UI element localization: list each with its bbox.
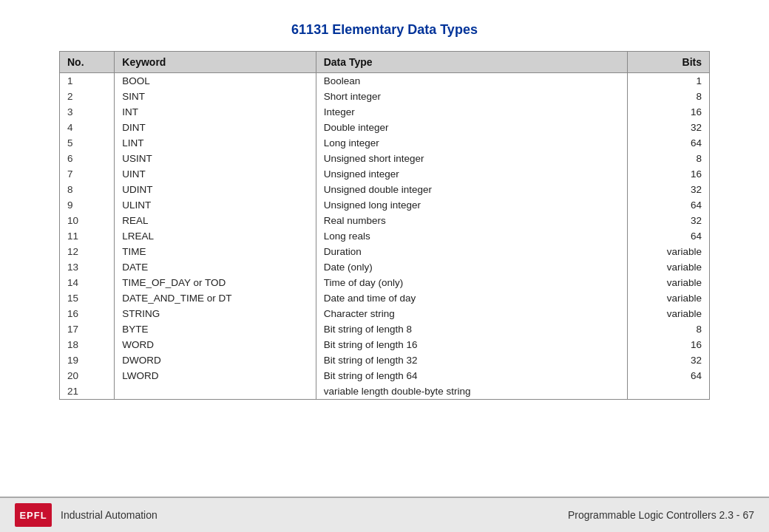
- page-title: 61131 Elementary Data Types: [291, 22, 478, 38]
- cell-bits: 32: [627, 182, 709, 197]
- cell-no: 14: [60, 275, 115, 290]
- cell-keyword: DWORD: [115, 352, 316, 368]
- cell-bits: 64: [627, 135, 709, 151]
- cell-bits: 64: [627, 368, 709, 383]
- cell-no: 7: [60, 166, 115, 182]
- cell-no: 12: [60, 244, 115, 259]
- cell-no: 21: [60, 383, 115, 400]
- cell-no: 3: [60, 104, 115, 120]
- cell-no: 11: [60, 228, 115, 244]
- table-row: 12TIMEDurationvariable: [60, 244, 710, 259]
- table-row: 6USINTUnsigned short integer8: [60, 151, 710, 166]
- cell-keyword: LREAL: [115, 228, 316, 244]
- cell-datatype: Boolean: [316, 73, 627, 89]
- cell-no: 15: [60, 290, 115, 306]
- cell-bits: 8: [627, 89, 709, 104]
- cell-no: 13: [60, 259, 115, 275]
- table-row: 1BOOLBoolean1: [60, 73, 710, 89]
- cell-keyword: BOOL: [115, 73, 316, 89]
- cell-no: 9: [60, 197, 115, 213]
- cell-datatype: variable length double-byte string: [316, 383, 627, 400]
- cell-datatype: Bit string of length 16: [316, 337, 627, 352]
- cell-datatype: Bit string of length 8: [316, 321, 627, 337]
- cell-bits: 16: [627, 166, 709, 182]
- cell-keyword: ULINT: [115, 197, 316, 213]
- col-header-no: No.: [60, 52, 115, 73]
- cell-keyword: LWORD: [115, 368, 316, 383]
- cell-bits: 16: [627, 104, 709, 120]
- cell-keyword: DINT: [115, 120, 316, 135]
- cell-datatype: Unsigned long integer: [316, 197, 627, 213]
- cell-keyword: SINT: [115, 89, 316, 104]
- cell-no: 19: [60, 352, 115, 368]
- cell-bits: variable: [627, 244, 709, 259]
- cell-no: 2: [60, 89, 115, 104]
- table-row: 9ULINTUnsigned long integer64: [60, 197, 710, 213]
- table-row: 14TIME_OF_DAY or TODTime of day (only)va…: [60, 275, 710, 290]
- cell-datatype: Double integer: [316, 120, 627, 135]
- cell-no: 6: [60, 151, 115, 166]
- cell-bits: 64: [627, 197, 709, 213]
- cell-keyword: STRING: [115, 306, 316, 321]
- cell-keyword: UINT: [115, 166, 316, 182]
- footer-right-text: Programmable Logic Controllers 2.3 - 67: [568, 509, 754, 521]
- table-header-row: No. Keyword Data Type Bits: [60, 52, 710, 73]
- main-content: 61131 Elementary Data Types No. Keyword …: [0, 0, 769, 497]
- cell-no: 4: [60, 120, 115, 135]
- cell-no: 17: [60, 321, 115, 337]
- cell-bits: variable: [627, 306, 709, 321]
- table-row: 18WORDBit string of length 1616: [60, 337, 710, 352]
- cell-datatype: Long reals: [316, 228, 627, 244]
- cell-bits: 8: [627, 321, 709, 337]
- table-row: 11LREALLong reals64: [60, 228, 710, 244]
- footer-left: EPFL Industrial Automation: [15, 503, 157, 527]
- cell-datatype: Unsigned double integer: [316, 182, 627, 197]
- cell-keyword: TIME: [115, 244, 316, 259]
- table-row: 13DATEDate (only)variable: [60, 259, 710, 275]
- cell-keyword: REAL: [115, 213, 316, 228]
- table-row: 8UDINTUnsigned double integer32: [60, 182, 710, 197]
- cell-keyword: DATE: [115, 259, 316, 275]
- cell-bits: 1: [627, 73, 709, 89]
- epfl-logo-box: EPFL: [15, 503, 52, 527]
- epfl-logo: EPFL: [15, 503, 52, 527]
- table-row: 16STRINGCharacter stringvariable: [60, 306, 710, 321]
- cell-keyword: BYTE: [115, 321, 316, 337]
- table-row: 20LWORDBit string of length 6464: [60, 368, 710, 383]
- cell-keyword: WORD: [115, 337, 316, 352]
- cell-no: 20: [60, 368, 115, 383]
- cell-datatype: Short integer: [316, 89, 627, 104]
- cell-datatype: Unsigned integer: [316, 166, 627, 182]
- cell-keyword: [115, 383, 316, 400]
- cell-keyword: LINT: [115, 135, 316, 151]
- cell-datatype: Date (only): [316, 259, 627, 275]
- cell-bits: variable: [627, 275, 709, 290]
- table-row: 10REALReal numbers32: [60, 213, 710, 228]
- cell-no: 16: [60, 306, 115, 321]
- cell-datatype: Integer: [316, 104, 627, 120]
- cell-datatype: Long integer: [316, 135, 627, 151]
- col-header-keyword: Keyword: [115, 52, 316, 73]
- cell-bits: 64: [627, 228, 709, 244]
- cell-keyword: UDINT: [115, 182, 316, 197]
- cell-datatype: Character string: [316, 306, 627, 321]
- table-row: 21variable length double-byte string: [60, 383, 710, 400]
- table-row: 7UINTUnsigned integer16: [60, 166, 710, 182]
- cell-keyword: INT: [115, 104, 316, 120]
- table-row: 4DINTDouble integer32: [60, 120, 710, 135]
- cell-datatype: Time of day (only): [316, 275, 627, 290]
- cell-no: 18: [60, 337, 115, 352]
- cell-keyword: TIME_OF_DAY or TOD: [115, 275, 316, 290]
- cell-no: 1: [60, 73, 115, 89]
- col-header-bits: Bits: [627, 52, 709, 73]
- cell-bits: 16: [627, 337, 709, 352]
- cell-bits: 32: [627, 120, 709, 135]
- cell-datatype: Unsigned short integer: [316, 151, 627, 166]
- data-types-table: No. Keyword Data Type Bits 1BOOLBoolean1…: [59, 51, 710, 400]
- cell-bits: 32: [627, 213, 709, 228]
- cell-no: 8: [60, 182, 115, 197]
- col-header-datatype: Data Type: [316, 52, 627, 73]
- cell-datatype: Duration: [316, 244, 627, 259]
- cell-bits: 8: [627, 151, 709, 166]
- cell-bits: variable: [627, 259, 709, 275]
